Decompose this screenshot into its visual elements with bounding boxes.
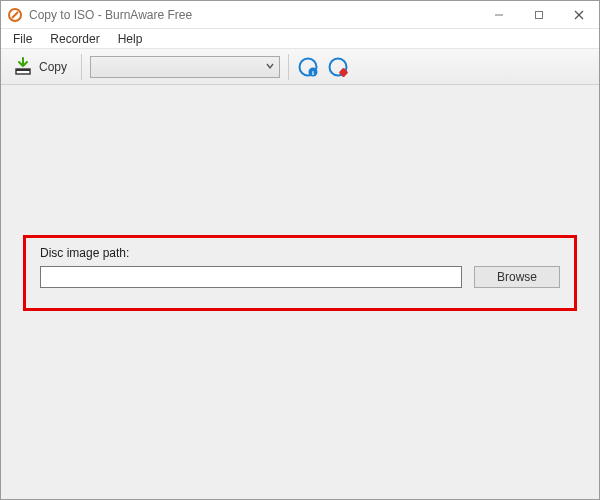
copy-button[interactable]: Copy — [7, 55, 73, 79]
app-window: Copy to ISO - BurnAware Free File Record… — [0, 0, 600, 500]
window-controls — [479, 1, 599, 28]
browse-label: Browse — [497, 270, 537, 284]
svg-rect-2 — [536, 11, 543, 18]
svg-rect-6 — [16, 69, 30, 71]
disc-image-path-input[interactable] — [40, 266, 462, 288]
minimize-button[interactable] — [479, 1, 519, 28]
toolbar-separator — [288, 54, 289, 80]
svg-text:i: i — [312, 68, 314, 76]
titlebar: Copy to ISO - BurnAware Free — [1, 1, 599, 29]
menu-recorder[interactable]: Recorder — [42, 30, 107, 48]
copy-label: Copy — [39, 60, 67, 74]
toolbar-separator — [81, 54, 82, 80]
chevron-down-icon — [265, 60, 275, 74]
menu-help[interactable]: Help — [110, 30, 151, 48]
erase-disc-button[interactable] — [327, 56, 349, 78]
burnaware-icon — [7, 7, 23, 23]
menu-file[interactable]: File — [5, 30, 40, 48]
menubar: File Recorder Help — [1, 29, 599, 49]
browse-button[interactable]: Browse — [474, 266, 560, 288]
window-title: Copy to ISO - BurnAware Free — [29, 8, 479, 22]
copy-icon — [13, 57, 33, 77]
disc-image-panel: Disc image path: Browse — [23, 235, 577, 311]
disc-image-path-label: Disc image path: — [40, 246, 560, 260]
disc-image-path-row: Browse — [40, 266, 560, 288]
content-area: Disc image path: Browse — [1, 85, 599, 499]
close-button[interactable] — [559, 1, 599, 28]
toolbar: Copy i — [1, 49, 599, 85]
disc-info-button[interactable]: i — [297, 56, 319, 78]
drive-dropdown[interactable] — [90, 56, 280, 78]
maximize-button[interactable] — [519, 1, 559, 28]
